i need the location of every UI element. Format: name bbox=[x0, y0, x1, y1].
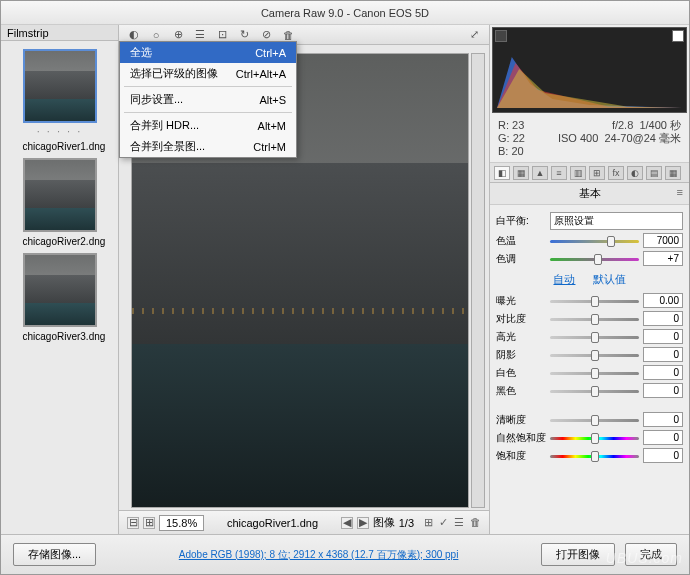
filmstrip-panel: Filmstrip · · · · · chicagoRiver1.dng ch… bbox=[1, 25, 119, 534]
tab[interactable]: ▥ bbox=[570, 166, 586, 180]
panel-title: 基本≡ bbox=[490, 183, 689, 205]
tab[interactable]: ▤ bbox=[646, 166, 662, 180]
tab[interactable]: fx bbox=[608, 166, 624, 180]
panel-tabs: ◧ ▦ ▲ ≡ ▥ ⊞ fx ◐ ▤ ▦ bbox=[490, 163, 689, 183]
tab-basic[interactable]: ◧ bbox=[494, 166, 510, 180]
tool-icon[interactable]: ○ bbox=[149, 28, 163, 42]
panel-body: 白平衡: 原照设置 色温 7000 色调 +7 自动 默认值 曝光0.00 bbox=[490, 205, 689, 534]
default-link[interactable]: 默认值 bbox=[593, 273, 626, 285]
histogram[interactable] bbox=[492, 27, 687, 113]
thumb-3[interactable]: chicagoRiver3.dng bbox=[23, 253, 97, 342]
tab[interactable]: ◐ bbox=[627, 166, 643, 180]
tool-icon[interactable]: ⊕ bbox=[171, 28, 185, 42]
watermark: UBUS.com bbox=[606, 550, 683, 566]
prev-image-button[interactable]: ◀ bbox=[341, 517, 353, 529]
contrast-slider[interactable] bbox=[550, 313, 639, 325]
tint-slider[interactable] bbox=[550, 253, 639, 265]
tool-icon[interactable]: ◐ bbox=[127, 28, 141, 42]
tab[interactable]: ▦ bbox=[513, 166, 529, 180]
footer-bar: 存储图像... Adobe RGB (1998); 8 位; 2912 x 43… bbox=[1, 534, 689, 574]
tint-value[interactable]: +7 bbox=[643, 251, 683, 266]
menu-merge-pano[interactable]: 合并到全景图...Ctrl+M bbox=[120, 136, 296, 157]
sb-icon[interactable]: 🗑 bbox=[470, 516, 481, 529]
menu-merge-hdr[interactable]: 合并到 HDR...Alt+M bbox=[120, 115, 296, 136]
clarity-slider[interactable] bbox=[550, 414, 639, 426]
rating-dots[interactable]: · · · · · bbox=[23, 125, 97, 137]
panel-menu-icon[interactable]: ≡ bbox=[677, 186, 683, 198]
tab[interactable]: ≡ bbox=[551, 166, 567, 180]
highlights-slider[interactable] bbox=[550, 331, 639, 343]
tool-icon[interactable]: ↻ bbox=[237, 28, 251, 42]
thumb-2[interactable]: chicagoRiver2.dng bbox=[23, 158, 97, 247]
tab[interactable]: ▲ bbox=[532, 166, 548, 180]
tab[interactable]: ⊞ bbox=[589, 166, 605, 180]
window-title: Camera Raw 9.0 - Canon EOS 5D bbox=[1, 1, 689, 25]
shadows-slider[interactable] bbox=[550, 349, 639, 361]
exif-readout: R: 23 G: 22 B: 20 f/2.8 1/400 秒 ISO 400 … bbox=[490, 115, 689, 163]
preview-scrollbar[interactable] bbox=[471, 53, 485, 508]
tool-icon[interactable]: ☰ bbox=[193, 28, 207, 42]
open-image-button[interactable]: 打开图像 bbox=[541, 543, 615, 566]
thumb-1[interactable]: · · · · · chicagoRiver1.dng bbox=[23, 49, 97, 152]
vibrance-slider[interactable] bbox=[550, 432, 639, 444]
sb-icon[interactable]: ⊞ bbox=[424, 516, 433, 529]
temp-value[interactable]: 7000 bbox=[643, 233, 683, 248]
filmstrip-thumbs: · · · · · chicagoRiver1.dng chicagoRiver… bbox=[1, 41, 118, 534]
trash-icon[interactable]: 🗑 bbox=[281, 28, 295, 42]
main-body: Filmstrip · · · · · chicagoRiver1.dng ch… bbox=[1, 25, 689, 534]
fullscreen-icon[interactable]: ⤢ bbox=[467, 28, 481, 42]
wb-label: 白平衡: bbox=[496, 214, 546, 228]
save-images-button[interactable]: 存储图像... bbox=[13, 543, 96, 566]
page-count: 1/3 bbox=[399, 517, 414, 529]
shadow-clip-icon[interactable] bbox=[495, 30, 507, 42]
context-menu: 全选Ctrl+A 选择已评级的图像Ctrl+Alt+A 同步设置...Alt+S… bbox=[119, 41, 297, 158]
sb-icon[interactable]: ✓ bbox=[439, 516, 448, 529]
zoom-in-button[interactable]: ⊞ bbox=[143, 517, 155, 529]
app-window: Camera Raw 9.0 - Canon EOS 5D Filmstrip … bbox=[0, 0, 690, 575]
menu-select-all[interactable]: 全选Ctrl+A bbox=[120, 42, 296, 63]
filmstrip-header: Filmstrip bbox=[1, 25, 118, 41]
tool-icon[interactable]: ⊘ bbox=[259, 28, 273, 42]
auto-link[interactable]: 自动 bbox=[553, 273, 575, 285]
menu-select-rated[interactable]: 选择已评级的图像Ctrl+Alt+A bbox=[120, 63, 296, 84]
sb-icon[interactable]: ☰ bbox=[454, 516, 464, 529]
tool-icon[interactable]: ⊡ bbox=[215, 28, 229, 42]
current-filename: chicagoRiver1.dng bbox=[214, 517, 331, 529]
wb-select[interactable]: 原照设置 bbox=[550, 212, 683, 230]
exposure-slider[interactable] bbox=[550, 295, 639, 307]
next-image-button[interactable]: ▶ bbox=[357, 517, 369, 529]
adjust-panel: R: 23 G: 22 B: 20 f/2.8 1/400 秒 ISO 400 … bbox=[489, 25, 689, 534]
image-metadata-link[interactable]: Adobe RGB (1998); 8 位; 2912 x 4368 (12.7… bbox=[96, 548, 541, 562]
highlight-clip-icon[interactable] bbox=[672, 30, 684, 42]
zoom-out-button[interactable]: ⊟ bbox=[127, 517, 139, 529]
zoom-level[interactable]: 15.8% bbox=[159, 515, 204, 531]
saturation-slider[interactable] bbox=[550, 450, 639, 462]
tab[interactable]: ▦ bbox=[665, 166, 681, 180]
blacks-slider[interactable] bbox=[550, 385, 639, 397]
temp-slider[interactable] bbox=[550, 235, 639, 247]
page-label: 图像 bbox=[373, 515, 395, 530]
whites-slider[interactable] bbox=[550, 367, 639, 379]
preview-statusbar: ⊟ ⊞ 15.8% chicagoRiver1.dng ◀ ▶ 图像 1/3 ⊞… bbox=[119, 510, 489, 534]
menu-sync-settings[interactable]: 同步设置...Alt+S bbox=[120, 89, 296, 110]
